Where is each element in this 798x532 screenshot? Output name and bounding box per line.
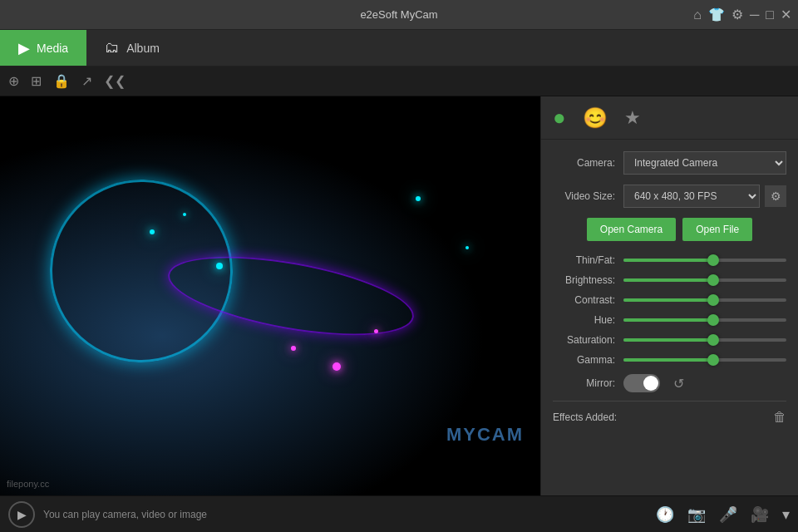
brightness-thumb <box>707 274 719 286</box>
video-background: MYCAM filepony.cc <box>0 96 540 495</box>
effects-header: Effects Added: 🗑 <box>553 410 786 425</box>
shirt-icon[interactable]: 👕 <box>708 7 725 22</box>
brightness-fill <box>623 278 713 282</box>
hue-fill <box>623 318 713 322</box>
more-icon[interactable]: ▾ <box>782 505 790 524</box>
video-record-icon[interactable]: 🎥 <box>751 505 769 524</box>
saturation-thumb <box>707 334 719 346</box>
microphone-icon[interactable]: 🎤 <box>719 505 737 524</box>
toolbar-location-icon[interactable]: ⊕ <box>8 73 19 89</box>
thin-fat-fill <box>623 259 713 262</box>
tab-album[interactable]: 🗂 Album <box>86 30 178 66</box>
minimize-icon[interactable]: ─ <box>750 7 759 22</box>
main-area: MYCAM filepony.cc ● 😊 ★ Camera: Integrat… <box>0 96 798 495</box>
player-status-text: You can play camera, video or image <box>43 509 648 520</box>
glow-pink-2 <box>332 362 341 371</box>
toolbar-lock-icon[interactable]: 🔒 <box>53 73 70 89</box>
video-panel: MYCAM filepony.cc <box>0 96 540 495</box>
thin-fat-thumb <box>707 254 719 266</box>
play-button[interactable]: ▶ <box>8 501 35 528</box>
mirror-label: Mirror: <box>553 377 623 389</box>
glow-dot-1 <box>150 229 155 234</box>
mirror-toggle[interactable] <box>623 374 660 392</box>
thin-fat-slider[interactable] <box>623 257 786 264</box>
camera-row: Camera: Integrated Camera <box>553 151 786 175</box>
video-size-control: 640 x 480, 30 FPS 320 x 240, 30 FPS 1280… <box>623 185 786 208</box>
filepony-watermark: filepony.cc <box>7 479 49 489</box>
thin-fat-label: Thin/Fat: <box>553 254 623 266</box>
contrast-slider[interactable] <box>623 297 786 303</box>
toolbar-share-icon[interactable]: ↗ <box>81 73 92 89</box>
right-panel: ● 😊 ★ Camera: Integrated Camera Video Si… <box>540 96 798 495</box>
maximize-icon[interactable]: □ <box>766 7 774 22</box>
gamma-slider[interactable] <box>623 357 786 363</box>
tab-media[interactable]: ▶ Media <box>0 30 86 66</box>
mycam-watermark: MYCAM <box>446 424 524 446</box>
gamma-thumb <box>707 354 719 366</box>
contrast-thumb <box>707 294 719 306</box>
saturation-fill <box>623 338 713 342</box>
close-icon[interactable]: ✕ <box>781 7 791 22</box>
toolbar: ⊕ ⊞ 🔒 ↗ ❮❮ <box>0 66 798 96</box>
camera-control: Integrated Camera <box>623 151 786 175</box>
camera-select[interactable]: Integrated Camera <box>623 151 786 175</box>
contrast-row: Contrast: <box>553 294 786 306</box>
home-icon[interactable]: ⌂ <box>693 7 702 22</box>
toolbar-grid-icon[interactable]: ⊞ <box>31 73 42 89</box>
gamma-row: Gamma: <box>553 354 786 366</box>
contrast-label: Contrast: <box>553 294 623 306</box>
app-title: e2eSoft MyCam <box>360 8 437 21</box>
brightness-label: Brightness: <box>553 274 623 286</box>
player-bar: ▶ You can play camera, video or image 🕐 … <box>0 495 798 532</box>
media-tab-icon: ▶ <box>18 39 30 57</box>
glow-dot-4 <box>416 196 421 201</box>
open-file-button[interactable]: Open File <box>682 218 752 241</box>
effects-mode-icon[interactable]: 😊 <box>583 106 608 130</box>
gamma-fill <box>623 358 713 362</box>
toolbar-back-icon[interactable]: ❮❮ <box>104 73 126 89</box>
saturation-slider[interactable] <box>623 337 786 343</box>
glow-pink-1 <box>291 346 296 351</box>
title-bar: e2eSoft MyCam ⌂ 👕 ⚙ ─ □ ✕ <box>0 0 798 30</box>
thin-fat-row: Thin/Fat: <box>553 254 786 266</box>
glow-pink-3 <box>374 329 378 333</box>
brightness-row: Brightness: <box>553 274 786 286</box>
tab-bar: ▶ Media 🗂 Album <box>0 30 798 66</box>
effects-section: Effects Added: 🗑 <box>553 401 786 425</box>
saturation-row: Saturation: <box>553 334 786 346</box>
window-controls: ⌂ 👕 ⚙ ─ □ ✕ <box>693 0 791 29</box>
effects-added-label: Effects Added: <box>553 411 617 423</box>
video-size-label: Video Size: <box>553 190 623 202</box>
mirror-reset-icon[interactable]: ↺ <box>673 376 684 392</box>
play-icon: ▶ <box>17 508 27 521</box>
glow-dot-2 <box>183 213 186 216</box>
hue-row: Hue: <box>553 314 786 326</box>
glow-dot-3 <box>216 263 223 269</box>
effects-trash-icon[interactable]: 🗑 <box>773 410 786 425</box>
clock-icon[interactable]: 🕐 <box>656 505 674 524</box>
action-buttons: Open Camera Open File <box>553 218 786 241</box>
video-size-settings-button[interactable]: ⚙ <box>765 185 786 207</box>
player-icons: 🕐 📷 🎤 🎥 ▾ <box>656 505 790 524</box>
settings-icon[interactable]: ⚙ <box>732 7 743 22</box>
mirror-row: Mirror: ↺ <box>553 374 786 392</box>
open-camera-button[interactable]: Open Camera <box>587 218 676 241</box>
camera-mode-icon[interactable]: ● <box>553 105 566 131</box>
star-mode-icon[interactable]: ★ <box>624 107 641 129</box>
video-size-select[interactable]: 640 x 480, 30 FPS 320 x 240, 30 FPS 1280… <box>623 185 760 208</box>
hue-label: Hue: <box>553 314 623 326</box>
gamma-label: Gamma: <box>553 354 623 366</box>
brightness-slider[interactable] <box>623 277 786 283</box>
media-tab-label: Media <box>37 42 68 55</box>
glow-dot-5 <box>466 246 469 249</box>
right-panel-icons: ● 😊 ★ <box>541 96 798 140</box>
camera-capture-icon[interactable]: 📷 <box>687 505 706 524</box>
contrast-fill <box>623 298 713 302</box>
mirror-toggle-thumb <box>643 376 658 391</box>
album-tab-icon: 🗂 <box>105 39 120 57</box>
camera-label: Camera: <box>553 157 623 169</box>
hue-slider[interactable] <box>623 317 786 323</box>
hue-thumb <box>707 314 719 326</box>
video-size-row: Video Size: 640 x 480, 30 FPS 320 x 240,… <box>553 185 786 208</box>
right-panel-content: Camera: Integrated Camera Video Size: 64… <box>541 140 798 495</box>
